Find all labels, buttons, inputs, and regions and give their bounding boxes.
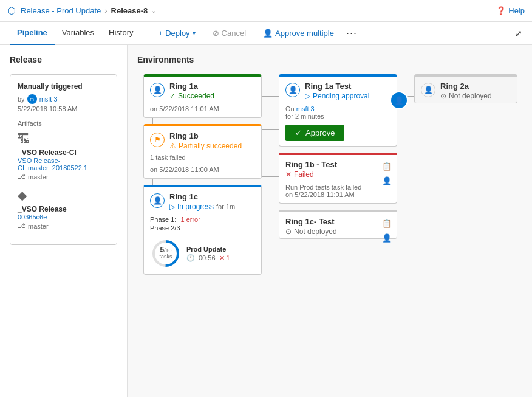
ring1c-status: ▷ In progress for 1m [169,202,255,211]
progress-num: 5 [160,246,164,254]
x-icon: ✕ [285,170,292,179]
cancel-icon: ⊘ [213,29,219,38]
deploy-button[interactable]: + Deploy ▾ [154,26,200,40]
ring1c-test-card: Ring 1c- Test ⊙ Not deployed 📋 👤 [279,210,397,239]
ring1c-test-container: Ring 1c- Test ⊙ Not deployed 📋 👤 [279,210,397,239]
tab-pipeline[interactable]: Pipeline [10,22,55,45]
approver-avatar: 👤 [390,91,408,109]
ring2a-container: 👤 Ring 2a ⊙ Not deployed [414,74,517,103]
nav-tabs: Pipeline Variables History + Deploy ▾ ⊘ … [0,22,532,45]
breadcrumb-release[interactable]: Release - Prod Update [21,6,101,15]
artifact2-branch: ⎇ master [18,222,109,230]
artifact1-name: _VSO Release-CI [18,148,109,157]
cancel-button[interactable]: ⊘ Cancel [208,26,251,40]
main-content: Release Manually triggered by m msft 3 5… [0,45,532,397]
sidebar-title: Release [10,55,117,64]
approve-check-icon: ✓ [295,128,302,137]
deploy-chevron-icon: ▾ [193,30,196,36]
ring1b-test-action2-icon[interactable]: 👤 [381,174,393,187]
chevron-down-icon[interactable]: ⌄ [151,7,156,14]
ring1c-test-actions: 📋 👤 [381,217,393,244]
ring1b-test-actions: 📋 👤 [381,160,393,187]
pipeline-title: Environments [137,55,522,64]
release-by: by m msft 3 [18,94,109,104]
approve-button[interactable]: ✓ Approve [285,125,344,141]
ring1a-test-card: 👤 Ring 1a Test ▷ Pending approval On msf… [279,74,397,147]
ring1c-extra: Phase 1: 1 error Phase 2/3 [144,213,261,238]
artifact1-link[interactable]: VSO Release-CI_master_20180522.1 [18,157,109,171]
branch-icon: ⎇ [18,173,26,181]
ring1b-test-name[interactable]: Ring 1b - Test [285,160,390,169]
error-count: ✕ 1 [219,254,230,262]
ring1a-test-name[interactable]: Ring 1a Test [305,81,390,91]
ring1c-meta: Prod Update 🕐 00:56 ✕ 1 [186,246,230,262]
ring1b-test-card: Ring 1b - Test ✕ Failed 📋 👤 [279,153,397,204]
help-button[interactable]: ❓ Help [496,6,525,15]
ring2a-notdeployed-icon: ⊙ [440,92,446,100]
ring2a-status: ⊙ Not deployed [440,92,511,100]
ring1c-test-status: ⊙ Not deployed [285,227,390,236]
avatar: m [27,94,37,104]
ring1c-card: 👤 Ring 1c ▷ In progress for 1m [143,185,262,275]
nav-actions: + Deploy ▾ ⊘ Cancel 👤 Approve multiple ·… [154,26,357,40]
approve-multiple-icon: 👤 [263,29,273,38]
ring1b-test-extra: Run Prod tests task failed on 5/22/2018 … [279,181,397,203]
check-icon: ✓ [169,92,176,100]
artifact-2: ◆ _VSO Release 00365c6e ⎇ master [18,188,109,230]
artifact2-icon: ◆ [18,188,109,202]
artifact-1: 🏗 _VSO Release-CI VSO Release-CI_master_… [18,132,109,181]
breadcrumb-release8[interactable]: Release-8 [111,6,148,15]
release-trigger: Manually triggered [18,82,109,91]
pending-play-icon: ▷ [305,92,310,100]
ring1b-test-action1-icon[interactable]: 📋 [381,160,393,172]
ring1b-person-icon: ⚑ [150,133,165,147]
ring1c-container: 👤 Ring 1c ▷ In progress for 1m [143,185,262,275]
pipeline-area: Environments 👤 Ring 1a ✓ [128,45,532,397]
deploy-plus-icon: + [159,29,163,38]
artifact2-link[interactable]: 00365c6e [18,213,109,221]
nav-divider [146,27,146,40]
ring1a-container: 👤 Ring 1a ✓ Succeeded on 5/22/2018 11:01… [143,74,262,118]
approve-multiple-button[interactable]: 👤 Approve multiple [258,26,339,40]
release-card: Manually triggered by m msft 3 5/22/2018… [10,74,117,245]
ring1a-test-container: 👤 Ring 1a Test ▷ Pending approval On msf… [279,74,397,147]
app-logo: ⬡ [7,5,16,16]
breadcrumb: Release - Prod Update › Release-8 ⌄ [21,6,156,15]
ring2a-name[interactable]: Ring 2a [440,81,511,91]
ring1c-name[interactable]: Ring 1c [169,192,255,201]
ring1b-container: ⚑ Ring 1b ⚠ Partially succeeded 1 task f… [143,124,262,179]
release-date: 5/22/2018 10:58 AM [18,105,109,112]
ring1a-test-extra: On msft 3 for 2 minutes [279,103,397,122]
artifact1-branch: ⎇ master [18,173,109,181]
warning-icon: ⚠ [169,142,176,150]
breadcrumb-sep1: › [104,6,107,15]
ring1a-test-person-icon: 👤 [285,83,300,97]
help-icon: ❓ [496,6,506,15]
ring1b-status: ⚠ Partially succeeded [169,142,255,150]
play-icon: ▷ [169,202,175,211]
ring1c-test-action2-icon[interactable]: 👤 [381,232,393,244]
tab-variables[interactable]: Variables [55,22,101,45]
ring1a-name[interactable]: Ring 1a [169,81,255,91]
ring1c-test-action1-icon[interactable]: 📋 [381,217,393,229]
top-bar: ⬡ Release - Prod Update › Release-8 ⌄ ❓ … [0,0,532,22]
ring1a-date: on 5/22/2018 11:01 AM [144,103,261,117]
ring1b-date: on 5/22/2018 11:00 AM [144,164,261,178]
expand-icon[interactable]: ⤢ [515,29,522,38]
ring1a-card: 👤 Ring 1a ✓ Succeeded on 5/22/2018 11:01… [143,74,262,118]
more-options-button[interactable]: ··· [346,27,357,40]
time-icon: 🕐 [186,254,195,262]
ring1b-extra: 1 task failed [144,153,261,164]
user-name[interactable]: msft 3 [39,95,58,103]
artifacts-label: Artifacts [18,120,109,127]
artifact1-icon: 🏗 [18,132,109,146]
ring2a-card: 👤 Ring 2a ⊙ Not deployed [414,74,517,103]
ring1c-test-name[interactable]: Ring 1c- Test [285,217,390,226]
notdeployed-icon: ⊙ [285,227,292,236]
ring1a-person-icon: 👤 [150,83,165,97]
ring2a-person-icon: 👤 [421,83,435,97]
ring1b-test-status: ✕ Failed [285,170,390,179]
ring1b-name[interactable]: Ring 1b [169,131,255,140]
tab-history[interactable]: History [101,22,140,45]
ring1b-card: ⚑ Ring 1b ⚠ Partially succeeded 1 task f… [143,124,262,179]
